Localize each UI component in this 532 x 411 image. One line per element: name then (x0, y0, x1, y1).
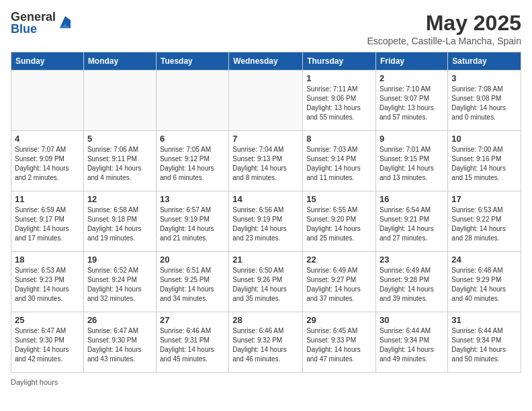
day-info: Sunrise: 7:04 AM Sunset: 9:13 PM Dayligh… (232, 145, 299, 183)
day-of-week-header: Saturday (448, 52, 521, 71)
calendar-cell: 30Sunrise: 6:44 AM Sunset: 9:34 PM Dayli… (376, 312, 448, 373)
calendar-cell: 24Sunrise: 6:48 AM Sunset: 9:29 PM Dayli… (448, 252, 521, 312)
logo-text: General Blue (11, 11, 56, 35)
day-number: 27 (160, 315, 225, 325)
day-of-week-header: Monday (83, 52, 156, 71)
calendar-cell: 5Sunrise: 7:06 AM Sunset: 9:11 PM Daylig… (83, 131, 156, 191)
day-number: 4 (15, 134, 80, 144)
calendar-cell: 26Sunrise: 6:47 AM Sunset: 9:30 PM Dayli… (83, 312, 156, 373)
calendar-cell: 4Sunrise: 7:07 AM Sunset: 9:09 PM Daylig… (11, 131, 84, 191)
calendar-cell: 21Sunrise: 6:50 AM Sunset: 9:26 PM Dayli… (229, 252, 303, 312)
day-info: Sunrise: 6:59 AM Sunset: 9:17 PM Dayligh… (15, 205, 80, 243)
day-number: 16 (380, 194, 444, 204)
logo-icon (57, 15, 73, 31)
calendar-body: 1Sunrise: 7:11 AM Sunset: 9:06 PM Daylig… (11, 71, 521, 373)
day-info: Sunrise: 7:00 AM Sunset: 9:16 PM Dayligh… (451, 145, 517, 183)
calendar-cell (83, 71, 156, 131)
calendar-cell: 15Sunrise: 6:55 AM Sunset: 9:20 PM Dayli… (303, 191, 376, 252)
day-info: Sunrise: 6:46 AM Sunset: 9:32 PM Dayligh… (232, 326, 299, 364)
day-info: Sunrise: 6:52 AM Sunset: 9:24 PM Dayligh… (87, 266, 152, 304)
day-info: Sunrise: 7:08 AM Sunset: 9:08 PM Dayligh… (451, 85, 517, 122)
calendar-cell: 8Sunrise: 7:03 AM Sunset: 9:14 PM Daylig… (303, 131, 376, 191)
day-info: Sunrise: 6:53 AM Sunset: 9:22 PM Dayligh… (451, 205, 517, 243)
logo-blue: Blue (11, 23, 56, 35)
day-number: 18 (15, 255, 80, 265)
day-info: Sunrise: 7:10 AM Sunset: 9:07 PM Dayligh… (380, 85, 444, 122)
day-number: 14 (232, 194, 299, 204)
day-number: 20 (160, 255, 225, 265)
day-info: Sunrise: 6:56 AM Sunset: 9:19 PM Dayligh… (232, 205, 299, 243)
day-info: Sunrise: 6:47 AM Sunset: 9:30 PM Dayligh… (15, 326, 80, 364)
day-of-week-header: Wednesday (229, 52, 303, 71)
month-title: May 2025 (367, 11, 521, 36)
day-info: Sunrise: 7:05 AM Sunset: 9:12 PM Dayligh… (160, 145, 225, 183)
daylight-label: Daylight hours (11, 378, 58, 386)
calendar-cell: 16Sunrise: 6:54 AM Sunset: 9:21 PM Dayli… (376, 191, 448, 252)
calendar-week-row: 18Sunrise: 6:53 AM Sunset: 9:23 PM Dayli… (11, 252, 521, 312)
day-info: Sunrise: 6:55 AM Sunset: 9:20 PM Dayligh… (306, 205, 372, 243)
day-number: 31 (451, 315, 517, 325)
calendar-cell: 14Sunrise: 6:56 AM Sunset: 9:19 PM Dayli… (229, 191, 303, 252)
calendar-cell: 31Sunrise: 6:44 AM Sunset: 9:34 PM Dayli… (448, 312, 521, 373)
day-number: 5 (87, 134, 152, 144)
day-number: 23 (380, 255, 444, 265)
day-info: Sunrise: 6:47 AM Sunset: 9:30 PM Dayligh… (87, 326, 152, 364)
calendar-cell: 17Sunrise: 6:53 AM Sunset: 9:22 PM Dayli… (448, 191, 521, 252)
calendar-cell (156, 71, 228, 131)
day-info: Sunrise: 6:53 AM Sunset: 9:23 PM Dayligh… (15, 266, 80, 304)
calendar-cell (11, 71, 84, 131)
day-info: Sunrise: 6:44 AM Sunset: 9:34 PM Dayligh… (451, 326, 517, 364)
calendar-week-row: 11Sunrise: 6:59 AM Sunset: 9:17 PM Dayli… (11, 191, 521, 252)
calendar-header: SundayMondayTuesdayWednesdayThursdayFrid… (11, 52, 521, 71)
day-info: Sunrise: 6:48 AM Sunset: 9:29 PM Dayligh… (451, 266, 517, 304)
day-info: Sunrise: 7:03 AM Sunset: 9:14 PM Dayligh… (306, 145, 372, 183)
calendar-footer: Daylight hours (11, 378, 521, 386)
calendar-cell: 28Sunrise: 6:46 AM Sunset: 9:32 PM Dayli… (229, 312, 303, 373)
day-of-week-header: Thursday (303, 52, 376, 71)
day-info: Sunrise: 6:49 AM Sunset: 9:28 PM Dayligh… (380, 266, 444, 304)
day-number: 8 (306, 134, 372, 144)
day-number: 28 (232, 315, 299, 325)
calendar-table: SundayMondayTuesdayWednesdayThursdayFrid… (11, 52, 521, 373)
calendar-cell: 7Sunrise: 7:04 AM Sunset: 9:13 PM Daylig… (229, 131, 303, 191)
calendar-cell: 3Sunrise: 7:08 AM Sunset: 9:08 PM Daylig… (448, 71, 521, 131)
calendar-cell: 13Sunrise: 6:57 AM Sunset: 9:19 PM Dayli… (156, 191, 228, 252)
location: Escopete, Castille-La Mancha, Spain (367, 36, 521, 46)
day-number: 7 (232, 134, 299, 144)
day-number: 26 (87, 315, 152, 325)
calendar-cell (229, 71, 303, 131)
calendar-cell: 27Sunrise: 6:46 AM Sunset: 9:31 PM Dayli… (156, 312, 228, 373)
day-info: Sunrise: 6:45 AM Sunset: 9:33 PM Dayligh… (306, 326, 372, 364)
day-number: 13 (160, 194, 225, 204)
day-number: 10 (451, 134, 517, 144)
day-number: 2 (380, 73, 444, 83)
page-header: General Blue May 2025 Escopete, Castille… (11, 11, 521, 46)
calendar-cell: 20Sunrise: 6:51 AM Sunset: 9:25 PM Dayli… (156, 252, 228, 312)
day-number: 1 (306, 73, 372, 83)
day-info: Sunrise: 6:44 AM Sunset: 9:34 PM Dayligh… (380, 326, 444, 364)
calendar-week-row: 1Sunrise: 7:11 AM Sunset: 9:06 PM Daylig… (11, 71, 521, 131)
calendar-cell: 22Sunrise: 6:49 AM Sunset: 9:27 PM Dayli… (303, 252, 376, 312)
calendar-cell: 11Sunrise: 6:59 AM Sunset: 9:17 PM Dayli… (11, 191, 84, 252)
day-number: 25 (15, 315, 80, 325)
day-info: Sunrise: 6:58 AM Sunset: 9:18 PM Dayligh… (87, 205, 152, 243)
day-of-week-header: Tuesday (156, 52, 228, 71)
day-of-week-header: Sunday (11, 52, 84, 71)
calendar-cell: 1Sunrise: 7:11 AM Sunset: 9:06 PM Daylig… (303, 71, 376, 131)
calendar-cell: 9Sunrise: 7:01 AM Sunset: 9:15 PM Daylig… (376, 131, 448, 191)
logo: General Blue (11, 11, 73, 35)
logo-general: General (11, 11, 56, 23)
day-info: Sunrise: 6:51 AM Sunset: 9:25 PM Dayligh… (160, 266, 225, 304)
day-number: 24 (451, 255, 517, 265)
day-info: Sunrise: 7:11 AM Sunset: 9:06 PM Dayligh… (306, 85, 372, 122)
calendar-week-row: 25Sunrise: 6:47 AM Sunset: 9:30 PM Dayli… (11, 312, 521, 373)
day-info: Sunrise: 6:49 AM Sunset: 9:27 PM Dayligh… (306, 266, 372, 304)
calendar-cell: 25Sunrise: 6:47 AM Sunset: 9:30 PM Dayli… (11, 312, 84, 373)
day-number: 30 (380, 315, 444, 325)
day-number: 22 (306, 255, 372, 265)
day-number: 6 (160, 134, 225, 144)
calendar-week-row: 4Sunrise: 7:07 AM Sunset: 9:09 PM Daylig… (11, 131, 521, 191)
day-number: 3 (451, 73, 517, 83)
day-number: 15 (306, 194, 372, 204)
day-header-row: SundayMondayTuesdayWednesdayThursdayFrid… (11, 52, 521, 71)
